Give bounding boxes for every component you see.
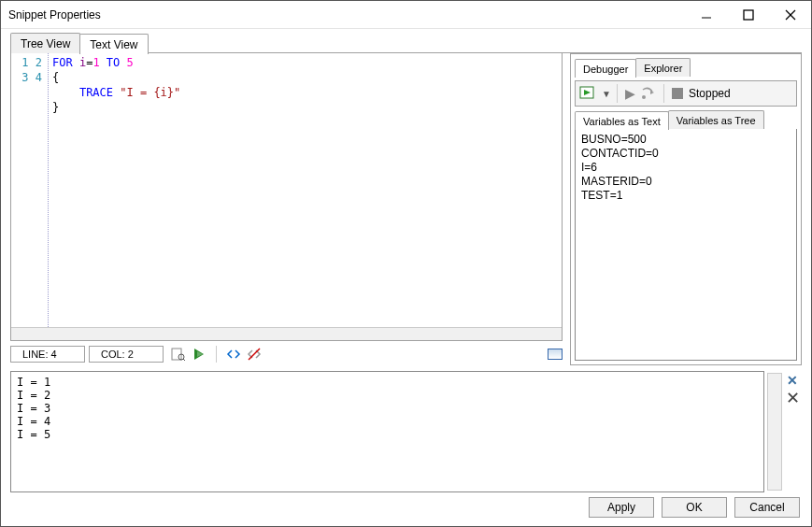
tab-debugger[interactable]: Debugger — [575, 59, 636, 78]
tab-tree-view[interactable]: Tree View — [10, 33, 80, 53]
output-vscrollbar[interactable] — [767, 373, 782, 491]
variable-tabs: Variables as Text Variables as Tree — [575, 110, 797, 129]
ok-button[interactable]: OK — [662, 497, 727, 518]
tab-explorer[interactable]: Explorer — [635, 58, 691, 77]
debug-run-dropdown[interactable]: ▼ — [602, 89, 609, 99]
separator — [663, 84, 664, 103]
right-panel: Debugger Explorer ▼ ▶ Stopped Variables … — [570, 53, 802, 365]
titlebar: Snippet Properties — [1, 1, 811, 29]
status-col: COL: 2 — [89, 346, 164, 363]
status-icons — [171, 346, 262, 363]
code-area[interactable]: FOR i=1 TO 5 { TRACE "I = {i}" } — [49, 53, 562, 327]
output-dismiss-icon[interactable]: ✕ — [787, 373, 798, 388]
window: Snippet Properties Tree View Text View 1… — [0, 0, 812, 527]
right-tabs: Debugger Explorer — [575, 58, 797, 77]
debug-continue-button[interactable]: ▶ — [625, 86, 635, 101]
run-icon[interactable] — [192, 347, 207, 362]
output-buttons: ✕ ✕ — [783, 371, 802, 492]
code-tag-icon[interactable] — [226, 347, 241, 362]
find-icon[interactable] — [171, 347, 186, 362]
window-title: Snippet Properties — [8, 8, 685, 21]
maximize-button[interactable] — [727, 1, 769, 28]
status-bar: LINE: 4 COL: 2 — [10, 343, 563, 365]
output-side — [764, 371, 783, 492]
panel-toggle-icon[interactable] — [548, 349, 563, 360]
output-close-icon[interactable]: ✕ — [786, 392, 800, 405]
output-text[interactable]: I = 1 I = 2 I = 3 I = 4 I = 5 — [10, 371, 764, 492]
window-controls — [685, 1, 811, 28]
tab-vars-tree[interactable]: Variables as Tree — [668, 110, 764, 129]
tab-text-view[interactable]: Text View — [79, 34, 148, 54]
line-gutter: 1 2 3 4 — [11, 53, 49, 327]
svg-line-6 — [183, 359, 185, 361]
separator — [617, 84, 618, 103]
code-editor[interactable]: 1 2 3 4 FOR i=1 TO 5 { TRACE "I = {i}" } — [11, 53, 562, 327]
separator — [216, 346, 217, 363]
output-panel: I = 1 I = 2 I = 3 I = 4 I = 5 ✕ ✕ — [10, 371, 802, 492]
close-button[interactable] — [769, 1, 811, 28]
status-line: LINE: 4 — [10, 346, 85, 363]
svg-line-9 — [249, 349, 260, 360]
cancel-button[interactable]: Cancel — [734, 497, 800, 518]
editor-hscrollbar[interactable] — [11, 327, 562, 340]
minimize-button[interactable] — [685, 1, 727, 28]
variables-text[interactable]: BUSNO=500 CONTACTID=0 I=6 MASTERID=0 TES… — [575, 129, 797, 361]
debug-status: Stopped — [689, 87, 731, 100]
tab-vars-text[interactable]: Variables as Text — [575, 111, 669, 130]
debug-step-button[interactable] — [641, 86, 656, 101]
workarea: 1 2 3 4 FOR i=1 TO 5 { TRACE "I = {i}" }… — [10, 53, 802, 365]
editor-panel: 1 2 3 4 FOR i=1 TO 5 { TRACE "I = {i}" } — [10, 53, 563, 341]
main-tabs: Tree View Text View — [10, 33, 802, 53]
dialog-buttons: Apply OK Cancel — [10, 492, 802, 519]
debug-stop-button[interactable] — [672, 88, 683, 99]
apply-button[interactable]: Apply — [589, 497, 654, 518]
svg-point-13 — [642, 95, 646, 99]
code-tag-disabled-icon[interactable] — [247, 347, 262, 362]
svg-rect-1 — [744, 10, 753, 20]
content: Tree View Text View 1 2 3 4 FOR i=1 TO 5… — [1, 29, 811, 526]
debug-run-button[interactable] — [579, 84, 596, 104]
debug-toolbar: ▼ ▶ Stopped — [575, 80, 797, 107]
